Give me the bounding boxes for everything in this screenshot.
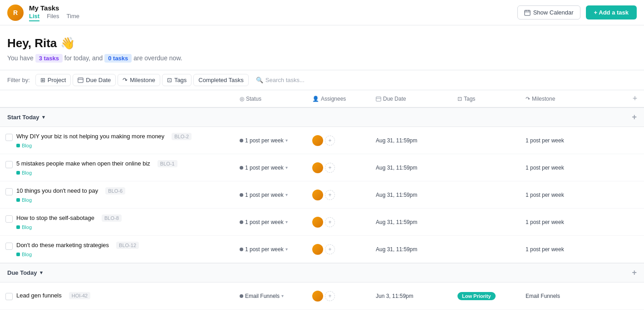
section-start-today[interactable]: Start Today ▾ + — [0, 107, 644, 127]
nav-files[interactable]: Files — [47, 13, 59, 21]
status-cell[interactable]: 1 post per week ▾ — [236, 215, 309, 229]
assignee-avatar — [312, 217, 323, 228]
task-id: BLO-1 — [157, 160, 177, 167]
assignees-col-icon: 👤 — [312, 96, 319, 102]
filter-bar: Filter by: ⊞ Project Due Date ↷ Mileston… — [0, 70, 644, 90]
project-icon: ⊞ — [40, 77, 45, 83]
filter-project-button[interactable]: ⊞ Project — [35, 74, 71, 86]
task-name-cell: Don't do these marketing strategies BLO-… — [0, 238, 236, 261]
task-title[interactable]: Don't do these marketing strategies — [16, 242, 109, 248]
tag-label: Blog — [22, 197, 32, 203]
status-cell[interactable]: 1 post per week ▾ — [236, 188, 309, 202]
add-assignee-button[interactable]: + — [325, 163, 335, 173]
tags-cell — [454, 246, 522, 253]
add-assignee-button[interactable]: + — [325, 217, 335, 227]
tags-cell — [454, 219, 522, 226]
task-title[interactable]: Why DIY your biz is not helping you maki… — [16, 133, 164, 140]
task-checkbox[interactable] — [5, 215, 13, 223]
milestone-cell: 1 post per week — [522, 215, 626, 229]
task-title[interactable]: 5 mistakes people make when open their o… — [16, 160, 150, 167]
task-name-cell: How to stop the self-sabotage BLO-8 Blog — [0, 211, 236, 234]
task-id: HOI-42 — [69, 292, 90, 299]
section-due-today-label: Due Today — [7, 269, 37, 276]
due-date-cell: Aug 31, 11:59pm — [372, 134, 454, 147]
task-title[interactable]: How to stop the self-sabotage — [16, 214, 94, 221]
task-checkbox[interactable] — [5, 293, 13, 300]
wave-emoji: 👋 — [60, 36, 75, 50]
tag-label: Blog — [22, 170, 32, 175]
section-due-today[interactable]: Due Today ▾ + — [0, 263, 644, 282]
status-chevron-icon: ▾ — [285, 219, 288, 224]
task-checkbox[interactable] — [5, 134, 13, 141]
table-row: 5 mistakes people make when open their o… — [0, 154, 644, 181]
status-cell[interactable]: Email Funnels ▾ — [236, 289, 309, 303]
task-checkbox[interactable] — [5, 188, 13, 195]
task-tag: Blog — [16, 224, 232, 230]
task-title[interactable]: Lead gen funnels — [16, 292, 62, 299]
task-name-cell: 10 things you don't need to pay BLO-6 Bl… — [0, 184, 236, 206]
tasks-today-badge: 3 tasks — [35, 54, 63, 63]
status-cell[interactable]: 1 post per week ▾ — [236, 243, 309, 256]
due-date-cell: Aug 31, 11:59pm — [372, 161, 454, 175]
tags-cell — [454, 164, 522, 171]
status-cell[interactable]: 1 post per week ▾ — [236, 161, 309, 175]
col-header-status: ◎ Status — [236, 94, 309, 103]
task-tag: Blog — [16, 252, 232, 257]
table-row: How to stop the self-sabotage BLO-8 Blog… — [0, 209, 644, 236]
tag-dot-icon — [16, 225, 20, 229]
due-date-cell: Aug 31, 11:59pm — [372, 188, 454, 202]
status-cell[interactable]: 1 post per week ▾ — [236, 134, 309, 147]
assignee-avatar — [312, 244, 323, 255]
task-tag: Blog — [16, 197, 232, 203]
nav-list[interactable]: List — [29, 13, 39, 21]
add-task-button[interactable]: + Add a task — [586, 5, 637, 19]
status-label: 1 post per week — [245, 137, 284, 144]
add-assignee-button[interactable]: + — [325, 136, 335, 146]
due-date-cell: Aug 31, 11:59pm — [372, 215, 454, 229]
completed-tasks-button[interactable]: Completed Tasks — [193, 74, 248, 86]
app-header: R My Tasks List Files Time Show Calendar… — [0, 0, 644, 25]
welcome-subtitle: You have 3 tasks for today, and 0 tasks … — [7, 54, 637, 63]
col-header-add[interactable]: + — [626, 94, 644, 103]
welcome-section: Hey, Rita 👋 You have 3 tasks for today, … — [0, 25, 644, 70]
header-nav: List Files Time — [29, 13, 79, 21]
table-row: Don't do these marketing strategies BLO-… — [0, 236, 644, 263]
header-actions: Show Calendar + Add a task — [517, 5, 637, 19]
table-row: 10 things you don't need to pay BLO-6 Bl… — [0, 181, 644, 209]
task-name-cell: Why DIY your biz is not helping you maki… — [0, 129, 236, 152]
column-headers: ◎ Status 👤 Assignees Due Date ⊡ Tags ↷ M… — [0, 90, 644, 107]
add-assignee-button[interactable]: + — [325, 291, 335, 301]
show-calendar-button[interactable]: Show Calendar — [517, 5, 580, 19]
row-action-cell — [626, 164, 644, 171]
status-chevron-icon: ▾ — [281, 293, 284, 298]
chevron-down-icon: ▾ — [42, 114, 45, 120]
col-header-task — [0, 94, 236, 103]
row-action-cell — [626, 292, 644, 300]
svg-rect-0 — [525, 10, 530, 15]
search-area[interactable]: 🔍 Search tasks... — [251, 74, 310, 86]
add-assignee-button[interactable]: + — [325, 190, 335, 200]
status-chevron-icon: ▾ — [285, 247, 288, 252]
add-assignee-button[interactable]: + — [325, 244, 335, 254]
calendar-icon — [524, 10, 531, 16]
tag-dot-icon — [16, 253, 20, 256]
task-title[interactable]: 10 things you don't need to pay — [16, 187, 98, 194]
task-checkbox[interactable] — [5, 161, 13, 168]
task-tag: Blog — [16, 170, 232, 175]
status-dot-icon — [240, 166, 243, 170]
low-priority-badge: Low Priority — [457, 292, 496, 300]
add-task-due-today-icon[interactable]: + — [632, 268, 637, 277]
due-date-col-icon — [376, 96, 381, 102]
filter-tags-button[interactable]: ⊡ Tags — [162, 74, 192, 86]
milestone-cell: 1 post per week — [522, 161, 626, 175]
add-task-section-icon[interactable]: + — [632, 112, 637, 122]
status-dot-icon — [240, 220, 243, 224]
filter-due-date-button[interactable]: Due Date — [73, 74, 116, 86]
assignees-cell: + — [309, 131, 372, 150]
task-checkbox[interactable] — [5, 243, 13, 250]
nav-time[interactable]: Time — [67, 13, 79, 21]
tags-cell: Low Priority — [454, 288, 522, 304]
milestone-col-icon: ↷ — [526, 96, 530, 102]
search-icon: 🔍 — [256, 77, 263, 83]
filter-milestone-button[interactable]: ↷ Milestone — [118, 74, 160, 86]
